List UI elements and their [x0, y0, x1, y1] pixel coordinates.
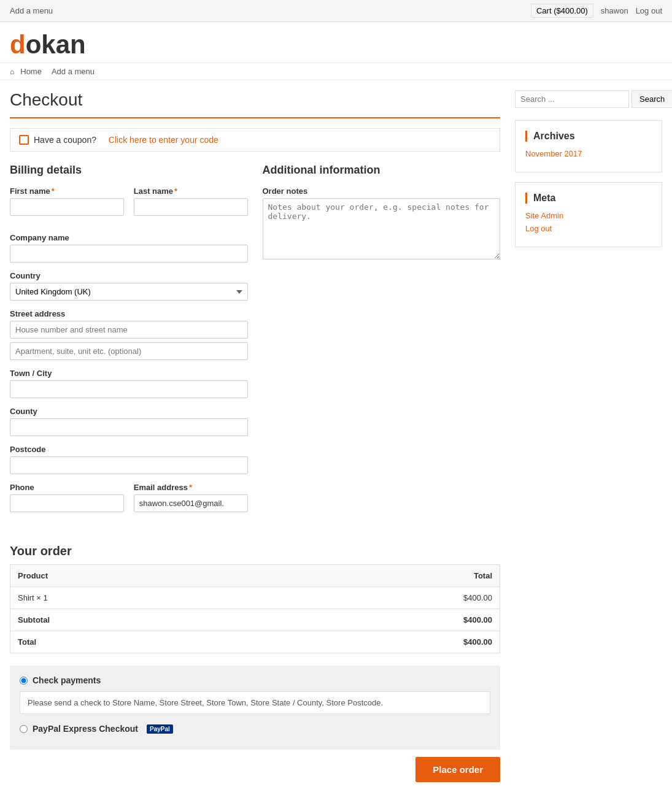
- phone-label: Phone: [10, 483, 124, 492]
- first-name-group: First name*: [10, 186, 124, 216]
- home-icon: ⌂: [10, 67, 14, 76]
- order-row-product: Shirt × 1: [10, 587, 263, 609]
- last-name-label: Last name*: [134, 186, 248, 196]
- street-line2-input[interactable]: [10, 342, 248, 360]
- street-address-label: Street address: [10, 309, 248, 318]
- nav-home-link[interactable]: Home: [20, 67, 42, 76]
- coupon-text: Have a coupon?: [34, 135, 96, 145]
- additional-section-title: Additional information: [263, 164, 501, 177]
- check-payment-desc: Please send a check to Store Name, Store…: [20, 691, 490, 714]
- col-total-header: Total: [263, 565, 500, 587]
- logo-d: d: [10, 30, 26, 59]
- payment-section: Check payments Please send a check to St…: [10, 666, 500, 750]
- county-label: County: [10, 407, 248, 416]
- top-bar-right: Cart ($400.00) shawon Log out: [531, 4, 662, 18]
- billing-section-title: Billing details: [10, 164, 248, 177]
- meta-logout-link[interactable]: Log out: [525, 224, 652, 233]
- sidebar: Search Archives November 2017 Meta Site …: [515, 90, 662, 785]
- paypal-payment-radio[interactable]: [20, 725, 28, 733]
- main-content: Checkout Have a coupon? Click here to en…: [10, 90, 500, 785]
- sidebar-search: Search: [515, 90, 662, 108]
- order-row-product: Subtotal: [10, 609, 263, 631]
- site-nav: ⌂ Home Add a menu: [0, 63, 672, 80]
- name-row: First name* Last name*: [10, 186, 248, 225]
- country-select[interactable]: United Kingdom (UK): [10, 283, 248, 301]
- coupon-icon: [19, 135, 29, 145]
- archives-widget: Archives November 2017: [515, 120, 662, 172]
- site-logo: dokan: [10, 32, 662, 58]
- last-name-input[interactable]: [134, 198, 248, 216]
- top-bar: Add a menu Cart ($400.00) shawon Log out: [0, 0, 672, 22]
- paypal-logo: PayPal: [147, 724, 173, 734]
- site-header: dokan: [0, 22, 672, 63]
- order-row-total: $400.00: [263, 609, 500, 631]
- company-name-input[interactable]: [10, 245, 248, 263]
- postcode-input[interactable]: [10, 456, 248, 474]
- street-line1-input[interactable]: [10, 321, 248, 339]
- nav-add-menu-link[interactable]: Add a menu: [52, 67, 95, 76]
- order-notes-group: Order notes: [263, 186, 501, 261]
- meta-widget-title: Meta: [525, 193, 652, 204]
- email-input[interactable]: [134, 494, 248, 512]
- coupon-link[interactable]: Click here to enter your code: [109, 135, 218, 145]
- county-group: County: [10, 407, 248, 436]
- search-input[interactable]: [515, 90, 629, 108]
- table-row: Total$400.00: [10, 631, 500, 653]
- form-two-col: Billing details First name* Last name*: [10, 164, 500, 529]
- phone-email-row: Phone Email address*: [10, 483, 248, 521]
- country-group: Country United Kingdom (UK): [10, 271, 248, 301]
- email-required: *: [189, 483, 192, 492]
- table-row: Subtotal$400.00: [10, 609, 500, 631]
- postcode-label: Postcode: [10, 445, 248, 454]
- town-input[interactable]: [10, 380, 248, 398]
- place-order-button[interactable]: Place order: [415, 757, 500, 782]
- search-button[interactable]: Search: [631, 90, 672, 108]
- order-row-total: $400.00: [263, 587, 500, 609]
- col-product-header: Product: [10, 565, 263, 587]
- first-name-required: *: [52, 186, 55, 196]
- table-row: Shirt × 1$400.00: [10, 587, 500, 609]
- additional-info-col: Additional information Order notes: [263, 164, 501, 529]
- paypal-payment-label: PayPal Express Checkout: [33, 724, 138, 734]
- place-order-bar: Place order: [10, 750, 500, 785]
- first-name-input[interactable]: [10, 198, 124, 216]
- phone-group: Phone: [10, 483, 124, 512]
- archives-widget-title: Archives: [525, 131, 652, 142]
- meta-widget: Meta Site Admin Log out: [515, 182, 662, 247]
- company-name-group: Company name: [10, 233, 248, 263]
- county-input[interactable]: [10, 418, 248, 436]
- company-name-label: Company name: [10, 233, 248, 242]
- your-order-title: Your order: [10, 544, 500, 558]
- check-payment-radio[interactable]: [20, 677, 28, 685]
- order-notes-label: Order notes: [263, 186, 501, 196]
- payment-option-1: Check payments: [20, 675, 490, 685]
- page-title-divider: [10, 117, 500, 118]
- town-group: Town / City: [10, 369, 248, 398]
- phone-input[interactable]: [10, 494, 124, 512]
- order-notes-textarea[interactable]: [263, 198, 501, 259]
- topbar-add-menu-link[interactable]: Add a menu: [10, 6, 53, 15]
- order-table: Product Total Shirt × 1$400.00Subtotal$4…: [10, 564, 500, 653]
- meta-site-admin-link[interactable]: Site Admin: [525, 211, 652, 220]
- main-container: Checkout Have a coupon? Click here to en…: [0, 80, 672, 794]
- last-name-group: Last name*: [134, 186, 248, 216]
- topbar-logout-link[interactable]: Log out: [636, 6, 662, 15]
- archives-november-2017-link[interactable]: November 2017: [525, 149, 652, 158]
- user-menu-link[interactable]: shawon: [601, 6, 628, 15]
- payment-option-2: PayPal Express Checkout PayPal: [20, 724, 490, 734]
- email-group: Email address*: [134, 483, 248, 512]
- postcode-group: Postcode: [10, 445, 248, 474]
- check-payment-label: Check payments: [33, 675, 101, 685]
- town-label: Town / City: [10, 369, 248, 378]
- street-address-group: Street address: [10, 309, 248, 360]
- country-label: Country: [10, 271, 248, 280]
- page-title: Checkout: [10, 90, 500, 110]
- logo-rest: okan: [26, 30, 86, 59]
- last-name-required: *: [174, 186, 177, 196]
- coupon-notice: Have a coupon? Click here to enter your …: [10, 128, 500, 152]
- email-label: Email address*: [134, 483, 248, 492]
- cart-button[interactable]: Cart ($400.00): [531, 4, 593, 18]
- order-row-total: $400.00: [263, 631, 500, 653]
- top-bar-left: Add a menu: [10, 6, 53, 15]
- first-name-label: First name*: [10, 186, 124, 196]
